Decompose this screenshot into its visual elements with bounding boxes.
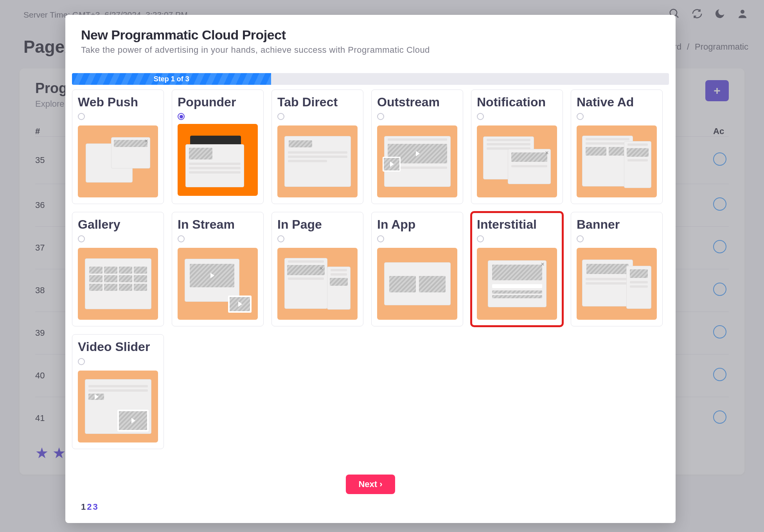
modal-title: New Programmatic Cloud Project [81,27,660,43]
card-radio[interactable] [78,235,85,242]
card-title: In Page [277,218,358,231]
modal-subtitle: Take the power of advertising in your ha… [81,45,660,55]
card-radio[interactable] [577,235,584,242]
card-title: Interstitial [477,218,557,231]
progress-bar: Step 1 of 3 [72,73,669,85]
ad-type-card[interactable]: Popunder [172,90,264,204]
card-thumb [277,248,358,320]
ad-type-grid: Web PushPopunderTab DirectOutstreamNotif… [65,85,676,449]
card-thumb [477,248,557,320]
card-radio[interactable] [477,235,484,242]
card-radio[interactable] [78,358,85,365]
ad-type-card[interactable]: In App [371,212,463,326]
card-radio[interactable] [577,113,584,120]
card-thumb [178,124,258,196]
ad-type-card[interactable]: In Page [271,212,363,326]
ad-type-card[interactable]: Banner [571,212,663,326]
card-radio[interactable] [178,235,185,242]
card-title: Video Slider [78,340,158,354]
card-thumb [178,248,258,320]
card-title: Web Push [78,95,158,109]
card-title: In Stream [178,218,258,231]
card-title: Notification [477,95,557,109]
card-radio[interactable] [78,113,85,120]
new-project-modal: New Programmatic Cloud Project Take the … [65,15,676,523]
pager-2[interactable]: 2 [87,502,93,512]
card-title: Tab Direct [277,95,358,109]
pager-3[interactable]: 3 [93,502,99,512]
card-title: Banner [577,218,657,231]
next-button[interactable]: Next › [346,475,395,494]
card-radio[interactable] [277,235,284,242]
next-button-label: Next [358,479,377,489]
card-radio[interactable] [178,113,185,120]
card-title: In App [377,218,457,231]
pager: 123 [81,502,99,512]
progress-step-2 [271,73,470,85]
card-title: Outstream [377,95,457,109]
card-thumb [78,248,158,320]
card-radio[interactable] [477,113,484,120]
card-title: Popunder [178,95,258,109]
card-thumb [78,371,158,442]
card-thumb [577,125,657,197]
ad-type-card[interactable]: Gallery [72,212,164,326]
ad-type-card[interactable]: In Stream [172,212,264,326]
card-thumb [577,248,657,320]
ad-type-card[interactable]: Native Ad [571,90,663,204]
chevron-right-icon: › [379,479,382,489]
card-thumb [377,248,457,320]
card-thumb [377,125,457,197]
progress-step-1: Step 1 of 3 [72,73,271,85]
card-thumb [277,125,358,197]
pager-current: 1 [81,502,87,512]
card-thumb [477,125,557,197]
progress-step-3 [470,73,669,85]
card-radio[interactable] [277,113,284,120]
card-radio[interactable] [377,235,384,242]
ad-type-card[interactable]: Interstitial [471,212,563,326]
ad-type-card[interactable]: Video Slider [72,334,164,449]
ad-type-card[interactable]: Tab Direct [271,90,363,204]
ad-type-card[interactable]: Outstream [371,90,463,204]
card-radio[interactable] [377,113,384,120]
ad-type-card[interactable]: Web Push [72,90,164,204]
card-title: Native Ad [577,95,657,109]
card-title: Gallery [78,218,158,231]
ad-type-card[interactable]: Notification [471,90,563,204]
card-thumb [78,125,158,197]
